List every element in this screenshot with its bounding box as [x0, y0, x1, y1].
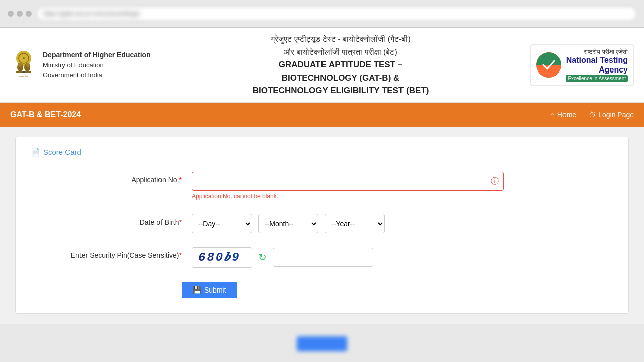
- security-pin-label: Enter Security Pin(Case Sensitive)*: [51, 247, 192, 259]
- application-no-label: Application No.*: [51, 172, 192, 184]
- browser-bar: https://gatb.nta.ac.in/scorecard/login: [0, 0, 644, 28]
- pin-required-star: *: [179, 251, 182, 259]
- browser-dot-2: [17, 11, 23, 17]
- footer-area: [0, 324, 644, 362]
- govt-name: Government of India: [43, 70, 151, 80]
- navbar-links: ⌂ Home ⏱ Login Page: [550, 111, 634, 119]
- captcha-image: 680𝒃9: [192, 247, 252, 268]
- nav-login-link[interactable]: ⏱ Login Page: [589, 111, 634, 119]
- application-no-wrap: ⓘ Application No. cannot be blank.: [192, 172, 504, 200]
- browser-controls: [8, 11, 32, 17]
- nta-logo-block: राष्ट्रीय परीक्षा एजेंसी National Testin…: [530, 44, 634, 85]
- nta-tagline: Excellence in Assessment: [566, 75, 628, 82]
- svg-point-6: [26, 63, 30, 67]
- hindi-title: ग्रेजुएट एप्टीट्यूड टेस्ट - बायोटेक्नोलॉ…: [161, 33, 521, 58]
- application-no-error: Application No. cannot be blank.: [192, 193, 504, 200]
- captcha-group: 680𝒃9 ↻: [192, 247, 504, 268]
- submit-row: 💾 Submit: [31, 282, 613, 298]
- clock-icon: ⏱: [589, 111, 596, 119]
- browser-address-bar[interactable]: https://gatb.nta.ac.in/scorecard/login: [37, 7, 636, 21]
- security-pin-input[interactable]: [273, 248, 373, 267]
- nta-hindi-name: राष्ट्रीय परीक्षा एजेंसी: [566, 48, 628, 55]
- main-content: 📄 Score Card Application No.* ⓘ Applicat…: [15, 137, 629, 314]
- govt-logo: सत्यमेव जयते Department of Higher Educat…: [10, 48, 151, 81]
- navbar-brand: GAT-B & BET-2024: [10, 110, 81, 119]
- dob-selects: --Day-- --Month-- --Year--: [192, 214, 504, 233]
- svg-text:सत्यमेव जयते: सत्यमेव जयते: [19, 75, 29, 78]
- dob-label: Date of Birth*: [51, 214, 192, 226]
- home-icon: ⌂: [550, 111, 554, 119]
- submit-label: Submit: [204, 286, 226, 294]
- nta-text-block: राष्ट्रीय परीक्षा एजेंसी National Testin…: [566, 48, 628, 81]
- score-card-title[interactable]: 📄 Score Card: [31, 148, 613, 157]
- govt-logo-text: Department of Higher Education Ministry …: [43, 50, 151, 80]
- browser-dot-3: [26, 11, 32, 17]
- footer-blurred-button: [297, 336, 347, 351]
- browser-dot-1: [8, 11, 14, 17]
- nta-emblem-icon: [536, 52, 561, 78]
- header-title-block: ग्रेजुएट एप्टीट्यूड टेस्ट - बायोटेक्नोलॉ…: [151, 33, 531, 97]
- year-select[interactable]: --Year--: [325, 214, 385, 233]
- security-pin-group: Enter Security Pin(Case Sensitive)* 680𝒃…: [31, 247, 613, 268]
- nta-logo: राष्ट्रीय परीक्षा एजेंसी National Testin…: [530, 44, 634, 85]
- nav-home-link[interactable]: ⌂ Home: [550, 111, 576, 119]
- nav-login-label: Login Page: [598, 111, 634, 119]
- svg-point-5: [18, 63, 22, 67]
- id-card-icon: 📄: [31, 148, 40, 157]
- dob-required-star: *: [179, 218, 182, 226]
- error-icon: ⓘ: [491, 176, 499, 186]
- navbar: GAT-B & BET-2024 ⌂ Home ⏱ Login Page: [0, 103, 644, 127]
- application-no-input-wrap: ⓘ: [192, 172, 504, 191]
- dept-name: Department of Higher Education: [43, 50, 151, 60]
- security-pin-wrap: 680𝒃9 ↻: [192, 247, 504, 268]
- day-select[interactable]: --Day--: [192, 214, 252, 233]
- svg-point-2: [23, 57, 25, 59]
- english-title: GRADUATE APTITUDE TEST – BIOTECHNOLOGY (…: [161, 58, 521, 97]
- ministry-name: Ministry of Education: [43, 60, 151, 70]
- page-header: सत्यमेव जयते Department of Higher Educat…: [0, 28, 644, 103]
- required-star: *: [179, 176, 182, 184]
- refresh-captcha-icon[interactable]: ↻: [258, 251, 267, 263]
- save-icon: 💾: [193, 286, 201, 294]
- nta-english-name: National Testing Agency: [566, 55, 628, 75]
- submit-button[interactable]: 💾 Submit: [182, 282, 237, 298]
- dob-group: Date of Birth* --Day-- --Month-- --Year-…: [31, 214, 613, 233]
- month-select[interactable]: --Month--: [258, 214, 318, 233]
- dob-selects-wrap: --Day-- --Month-- --Year--: [192, 214, 504, 233]
- application-no-input[interactable]: [192, 172, 504, 191]
- ashoka-emblem-icon: सत्यमेव जयते: [10, 48, 38, 81]
- nav-home-label: Home: [557, 111, 576, 119]
- captcha-text: 680𝒃9: [198, 251, 241, 264]
- application-no-group: Application No.* ⓘ Application No. canno…: [31, 172, 613, 200]
- score-card-label: Score Card: [43, 148, 82, 156]
